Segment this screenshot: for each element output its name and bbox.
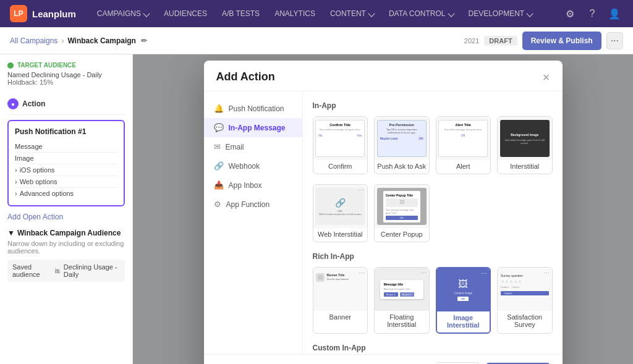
date-text: 2021 [464, 37, 479, 44]
card-options-icon[interactable]: ⋯ [543, 269, 550, 276]
breadcrumb-parent[interactable]: All Campaigns [10, 36, 57, 45]
sub-audience-title: ▼ Winback Campaign Audience [7, 229, 125, 237]
add-open-action-link[interactable]: Add Open Action [7, 213, 125, 221]
audience-value: Declining Usage - Daily [64, 263, 120, 278]
nav-ab-tests[interactable]: A/B TESTS [216, 7, 266, 20]
chevron-right-icon: › [15, 190, 17, 197]
inbox-icon: 📥 [214, 180, 224, 190]
right-area: Add Action × 🔔 Push Notification 💬 In-Ap… [133, 54, 633, 364]
action-label: Action [22, 99, 45, 108]
subheader-right: 2021 DRAFT Review & Publish ··· [464, 32, 623, 50]
floating-preview: Message title Message text goes here But… [375, 268, 429, 311]
add-action-modal: Add Action × 🔔 Push Notification 💬 In-Ap… [204, 61, 563, 364]
card-options-icon[interactable]: ⋯ [359, 187, 365, 193]
top-navigation: LP Leanplum CAMPAIGNS AUDIENCES A/B TEST… [0, 0, 633, 27]
help-icon[interactable]: ? [584, 5, 601, 22]
web-interstitial-card[interactable]: 🔗 URLWeb Content shows here in full scre… [313, 184, 368, 242]
sidebar-email[interactable]: ✉ Email [204, 137, 302, 156]
user-icon[interactable]: 👤 [606, 5, 623, 22]
nav-campaigns[interactable]: CAMPAIGNS [91, 7, 155, 20]
modal-footer: Cancel Add Action [204, 354, 563, 364]
more-options-button[interactable]: ··· [606, 32, 623, 49]
card-options-icon[interactable]: ⋯ [420, 269, 427, 276]
main-layout: TARGET AUDIENCE Named Declining Usage - … [0, 54, 633, 364]
audience-filter-row: Saved audience is Declining Usage - Dail… [7, 260, 125, 282]
chevron-down-icon [527, 10, 533, 17]
card-options-icon[interactable]: ⋯ [359, 269, 365, 276]
webhook-icon: 🔗 [214, 161, 224, 171]
pn-image-row[interactable]: Image [15, 153, 117, 164]
active-dot [7, 62, 14, 69]
interstitial-card[interactable]: Background Image Interstitial message go… [497, 116, 553, 174]
confirm-preview: Confirm Title Your confirm message text … [313, 117, 368, 160]
edit-icon[interactable]: ✏ [141, 36, 147, 45]
sub-audience-desc: Narrow down by including or excluding au… [7, 240, 125, 255]
nav-content[interactable]: CONTENT [324, 7, 380, 20]
chevron-right-icon: › [15, 166, 17, 174]
alert-card[interactable]: Alert Title Your alert message text goes… [436, 116, 491, 174]
sidebar-push-notification[interactable]: 🔔 Push Notification [204, 99, 302, 118]
settings-icon[interactable]: ⚙ [561, 5, 579, 22]
satisfaction-survey-card[interactable]: Survey question ★ ★ ★ ★ ★ I [497, 267, 553, 334]
modal-sidebar: 🔔 Push Notification 💬 In-App Message ✉ E… [204, 91, 303, 354]
sub-audience-section: ▼ Winback Campaign Audience Narrow down … [7, 229, 125, 282]
pn-advanced-row[interactable]: › Advanced options [15, 188, 117, 199]
sidebar-in-app-message[interactable]: 💬 In-App Message [204, 118, 302, 137]
app-logo[interactable]: LP Leanplum [10, 5, 76, 22]
card-options-icon[interactable]: ⋯ [481, 270, 487, 277]
confirm-card[interactable]: Confirm Title Your confirm message text … [313, 116, 368, 174]
push-ask-label: Push Ask to Ask [375, 160, 429, 174]
audience-is: is [55, 267, 60, 274]
breadcrumb-current: Winback Campaign ✏ [67, 36, 147, 45]
target-audience-header: TARGET AUDIENCE [7, 62, 125, 69]
floating-label: Floating Interstitial [375, 311, 429, 332]
sidebar-webhook[interactable]: 🔗 Webhook [204, 156, 302, 176]
modal-overlay: Add Action × 🔔 Push Notification 💬 In-Ap… [133, 54, 633, 364]
audience-name: Named Declining Usage - Daily [7, 71, 125, 78]
nav-data-control[interactable]: DATA CONTROL [383, 7, 460, 20]
action-circle-icon: ● [7, 98, 19, 109]
center-popup-preview: Center Popup Title 🖼 Your popup message … [375, 185, 429, 228]
chevron-down-icon [368, 10, 375, 17]
center-popup-card[interactable]: Center Popup Title 🖼 Your popup message … [374, 184, 430, 242]
image-int-preview: 🖼 Content Image OK ⋯ [437, 268, 490, 311]
image-interstitial-card[interactable]: 🖼 Content Image OK ⋯ Image Interstitial [436, 267, 491, 334]
push-ask-preview: Pre-Permission Tap OK to receive importa… [375, 117, 429, 160]
breadcrumb: All Campaigns › Winback Campaign ✏ [10, 36, 147, 45]
nav-development[interactable]: DEVELOPMENT [462, 7, 539, 20]
interstitial-label: Interstitial [498, 160, 552, 174]
web-interstitial-preview: 🔗 URLWeb Content shows here in full scre… [313, 185, 368, 228]
modal-title: Add Action [216, 70, 275, 83]
alert-preview: Alert Title Your alert message text goes… [436, 117, 491, 160]
review-publish-button[interactable]: Review & Publish [522, 32, 601, 50]
interstitial-preview: Background Image Interstitial message go… [498, 117, 552, 160]
pn-ios-row[interactable]: › iOS options [15, 164, 117, 176]
in-app-row2-grid: 🔗 URLWeb Content shows here in full scre… [313, 184, 553, 242]
nav-action-icons: ⚙ ? 👤 [561, 5, 623, 22]
nav-analytics[interactable]: ANALYTICS [268, 7, 321, 20]
pn-message-row[interactable]: Message [15, 141, 117, 153]
chat-icon: 💬 [214, 123, 224, 132]
image-int-label: Image Interstitial [437, 311, 490, 332]
card-options-icon[interactable]: ⋯ [420, 187, 427, 193]
modal-close-button[interactable]: × [543, 71, 550, 83]
email-icon: ✉ [214, 142, 221, 151]
survey-preview: Survey question ★ ★ ★ ★ ★ I [498, 268, 552, 311]
banner-card[interactable]: 🖼 Banner Title Text for your banner ⋯ Ba… [313, 267, 368, 334]
custom-in-app-section-title: Custom In-App [313, 344, 553, 352]
chevron-down-icon [143, 10, 150, 17]
modal-header: Add Action × [204, 61, 563, 91]
floating-interstitial-card[interactable]: Message title Message text goes here But… [374, 267, 430, 334]
push-ask-card[interactable]: Pre-Permission Tap OK to receive importa… [374, 116, 430, 174]
in-app-section-title: In-App [313, 101, 553, 110]
in-app-cards-grid: Confirm Title Your confirm message text … [313, 116, 553, 174]
nav-audiences[interactable]: AUDIENCES [158, 7, 213, 20]
pn-web-row[interactable]: › Web options [15, 176, 117, 188]
holdback-text: Holdback: 15% [7, 78, 125, 86]
alert-label: Alert [436, 160, 491, 174]
image-icon: 🖼 [458, 279, 468, 290]
function-icon: ⚙ [214, 200, 221, 209]
sidebar-app-function[interactable]: ⚙ App Function [204, 195, 302, 214]
sidebar-app-inbox[interactable]: 📥 App Inbox [204, 176, 302, 195]
web-interstitial-label: Web Interstitial [313, 228, 368, 242]
